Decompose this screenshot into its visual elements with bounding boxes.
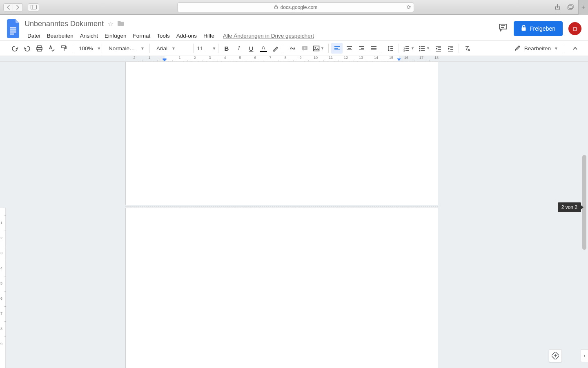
style-value: Normaler T… [109,45,136,52]
zoom-combo[interactable]: 100%▼ [75,43,99,54]
share-button[interactable]: Freigeben [514,21,563,36]
side-panel-toggle[interactable]: ‹ [581,349,588,362]
toolbar-separator [102,44,102,53]
account-avatar[interactable]: O [568,22,581,35]
comments-button[interactable] [498,22,508,35]
svg-text:3: 3 [403,49,405,52]
menu-bearbeiten[interactable]: Bearbeiten [44,31,76,40]
svg-rect-2 [274,6,277,9]
caret-down-icon: ▼ [321,46,324,50]
browser-toolbar: docs.google.com ⟳ + [0,0,588,15]
bold-button[interactable]: B [221,43,232,54]
italic-button[interactable]: I [233,43,245,54]
numbered-list-button[interactable]: 123▼ [401,43,416,54]
undo-button[interactable] [9,43,20,54]
font-size-value: 11 [197,45,203,52]
page-indicator-tooltip: 2 von 2 [558,202,581,212]
redo-button[interactable] [21,43,33,54]
text-color-button[interactable]: A [258,43,269,54]
browser-address-bar[interactable]: docs.google.com ⟳ [177,2,414,12]
docs-logo[interactable] [7,19,21,38]
docs-header: Unbenanntes Dokument ☆ Datei Bearbeiten … [0,15,588,40]
document-page[interactable] [125,62,438,205]
spellcheck-button[interactable] [46,43,57,54]
toolbar-separator [149,44,150,53]
svg-rect-0 [31,5,36,9]
explore-button[interactable] [549,349,562,362]
new-tab-button[interactable]: + [578,0,588,15]
browser-back-button[interactable] [3,3,13,11]
toolbar-separator [284,44,284,53]
increase-indent-button[interactable] [445,43,456,54]
toolbar-separator [399,44,399,53]
toolbar: 100%▼ Normaler T…▼ Arial▼ 11▼ B I U A ▼ … [0,40,588,56]
menubar: Datei Bearbeiten Ansicht Einfügen Format… [24,30,498,41]
svg-rect-4 [568,6,572,9]
document-canvas[interactable]: ‹ [6,62,588,368]
svg-point-19 [315,47,316,48]
insert-image-button[interactable]: ▼ [311,43,326,54]
align-justify-button[interactable] [368,43,379,54]
collapse-toolbar-button[interactable] [569,43,581,54]
font-combo[interactable]: Arial▼ [152,43,191,54]
toolbar-separator [72,44,72,53]
caret-down-icon: ▼ [172,46,176,51]
caret-down-icon: ▼ [97,46,101,51]
save-status[interactable]: Alle Änderungen in Drive gespeichert [222,31,315,40]
toolbar-separator [193,44,194,53]
svg-point-43 [419,50,421,51]
editing-mode-combo[interactable]: Bearbeiten ▼ [510,43,561,54]
toolbar-separator [459,44,459,53]
browser-sidebar-button[interactable] [28,3,39,11]
caret-down-icon: ▼ [411,46,414,50]
editor-area: 123456789 ‹ 2 von 2 [0,62,588,368]
toolbar-separator [565,44,565,53]
svg-rect-9 [10,34,14,35]
print-button[interactable] [33,43,45,54]
paint-format-button[interactable] [58,43,69,54]
clear-formatting-button[interactable] [461,43,473,54]
scrollbar-track[interactable] [581,62,587,368]
menu-hilfe[interactable]: Hilfe [200,31,217,40]
reload-icon[interactable]: ⟳ [407,4,411,10]
document-title[interactable]: Unbenanntes Dokument [24,20,104,28]
menu-addons[interactable]: Add-ons [174,31,200,40]
font-size-combo[interactable]: 11▼ [196,43,216,54]
page-break [125,206,438,207]
line-spacing-button[interactable] [385,43,396,54]
move-folder-icon[interactable] [118,20,125,27]
lock-icon [274,4,278,10]
underline-button[interactable]: U [245,43,257,54]
svg-rect-7 [10,29,16,31]
document-page[interactable] [125,208,438,368]
decrease-indent-button[interactable] [432,43,444,54]
vertical-ruler[interactable]: 123456789 [0,62,6,368]
caret-down-icon: ▼ [212,46,216,51]
pencil-icon [514,45,521,52]
align-right-button[interactable] [356,43,367,54]
align-left-button[interactable] [331,43,343,54]
align-center-button[interactable] [343,43,355,54]
insert-link-button[interactable] [287,43,298,54]
bulleted-list-button[interactable]: ▼ [417,43,432,54]
menu-tools[interactable]: Tools [154,31,173,40]
star-icon[interactable]: ☆ [108,20,114,28]
insert-comment-button[interactable] [299,43,310,54]
browser-forward-button[interactable] [13,3,23,11]
svg-rect-8 [10,31,16,33]
caret-down-icon: ▼ [554,46,558,51]
menu-ansicht[interactable]: Ansicht [77,31,101,40]
paragraph-style-combo[interactable]: Normaler T…▼ [105,43,147,54]
horizontal-ruler[interactable]: 21123456789101112131415161718 [0,56,588,62]
page-indicator-text: 2 von 2 [561,204,577,210]
svg-point-41 [419,46,421,47]
highlight-color-button[interactable] [270,43,281,54]
menu-datei[interactable]: Datei [24,31,43,40]
menu-format[interactable]: Format [130,31,153,40]
share-icon[interactable] [552,3,563,11]
font-value: Arial [156,45,167,52]
svg-rect-18 [314,46,319,51]
scrollbar-thumb[interactable] [582,155,586,250]
tabs-icon[interactable] [565,3,576,11]
menu-einfuegen[interactable]: Einfügen [102,31,129,40]
